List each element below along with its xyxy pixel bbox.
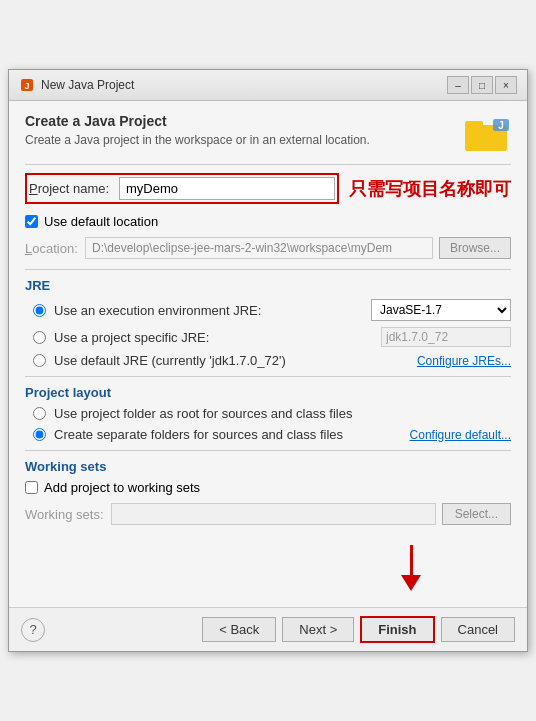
cancel-button[interactable]: Cancel — [441, 617, 515, 642]
working-sets-input[interactable] — [111, 503, 436, 525]
jre-project-specific-row: Use a project specific JRE: — [25, 327, 511, 347]
annotation-text: 只需写项目名称即可 — [349, 177, 511, 201]
window-controls: – □ × — [447, 76, 517, 94]
page-header: Create a Java Project Create a Java proj… — [25, 113, 511, 156]
jre-exec-env-label: Use an execution environment JRE: — [54, 303, 261, 318]
layout-divider — [25, 376, 511, 377]
folder-icon: J — [463, 113, 511, 153]
page-title: Create a Java Project — [25, 113, 370, 129]
location-row: Location: Browse... — [25, 237, 511, 259]
jre-exec-env-radio[interactable] — [33, 304, 46, 317]
jre-project-specific-radio[interactable] — [33, 331, 46, 344]
jre-project-specific-label: Use a project specific JRE: — [54, 330, 209, 345]
jre-exec-env-select[interactable]: JavaSE-1.7 JavaSE-1.8 JavaSE-11 — [371, 299, 511, 321]
dialog-content: Create a Java Project Create a Java proj… — [9, 101, 527, 607]
select-button[interactable]: Select... — [442, 503, 511, 525]
java-icon: J — [19, 77, 35, 93]
use-default-location-row: Use default location — [25, 214, 511, 229]
add-to-working-sets-label[interactable]: Add project to working sets — [44, 480, 200, 495]
minimize-button[interactable]: – — [447, 76, 469, 94]
layout-separate-folders-row: Create separate folders for sources and … — [25, 427, 511, 442]
svg-text:J: J — [24, 81, 29, 91]
arrow-area — [25, 545, 511, 591]
page-subtitle: Create a Java project in the workspace o… — [25, 133, 370, 147]
layout-project-root-row: Use project folder as root for sources a… — [25, 406, 511, 421]
jre-section-title: JRE — [25, 278, 511, 293]
header-icon: J — [463, 113, 511, 156]
down-arrow — [401, 545, 421, 591]
svg-text:J: J — [498, 120, 504, 131]
configure-default-link[interactable]: Configure default... — [410, 428, 511, 442]
jre-exec-env-row: Use an execution environment JRE: JavaSE… — [25, 299, 511, 321]
add-to-working-sets-row: Add project to working sets — [25, 480, 511, 495]
back-button[interactable]: < Back — [202, 617, 276, 642]
use-default-location-label[interactable]: Use default location — [44, 214, 158, 229]
window-title: New Java Project — [41, 78, 441, 92]
working-sets-input-row: Working sets: Select... — [25, 503, 511, 525]
project-layout-section-title: Project layout — [25, 385, 511, 400]
close-button[interactable]: × — [495, 76, 517, 94]
jre-default-radio[interactable] — [33, 354, 46, 367]
use-default-location-checkbox[interactable] — [25, 215, 38, 228]
layout-separate-folders-radio[interactable] — [33, 428, 46, 441]
working-sets-divider — [25, 450, 511, 451]
configure-jres-link[interactable]: Configure JREs... — [417, 354, 511, 368]
dialog-window: J New Java Project – □ × Create a Java P… — [8, 69, 528, 652]
title-bar: J New Java Project – □ × — [9, 70, 527, 101]
project-name-box: Project name: — [25, 173, 339, 204]
project-name-label: Project name: — [29, 181, 119, 196]
jre-project-specific-input — [381, 327, 511, 347]
maximize-button[interactable]: □ — [471, 76, 493, 94]
jre-default-row: Use default JRE (currently 'jdk1.7.0_72'… — [25, 353, 511, 368]
project-name-input[interactable] — [119, 177, 335, 200]
add-to-working-sets-checkbox[interactable] — [25, 481, 38, 494]
help-button[interactable]: ? — [21, 618, 45, 642]
layout-separate-folders-label: Create separate folders for sources and … — [54, 427, 343, 442]
location-input[interactable] — [85, 237, 433, 259]
layout-project-root-radio[interactable] — [33, 407, 46, 420]
header-divider — [25, 164, 511, 165]
jre-divider — [25, 269, 511, 270]
jre-default-label: Use default JRE (currently 'jdk1.7.0_72'… — [54, 353, 286, 368]
dialog-footer: ? < Back Next > Finish Cancel — [9, 607, 527, 651]
browse-button[interactable]: Browse... — [439, 237, 511, 259]
next-button[interactable]: Next > — [282, 617, 354, 642]
svg-rect-3 — [465, 121, 483, 127]
working-sets-section-title: Working sets — [25, 459, 511, 474]
finish-button[interactable]: Finish — [360, 616, 434, 643]
layout-project-root-label: Use project folder as root for sources a… — [54, 406, 352, 421]
working-sets-label: Working sets: — [25, 507, 105, 522]
project-name-underline-p: Project name: — [29, 181, 109, 196]
location-label: Location: — [25, 241, 85, 256]
